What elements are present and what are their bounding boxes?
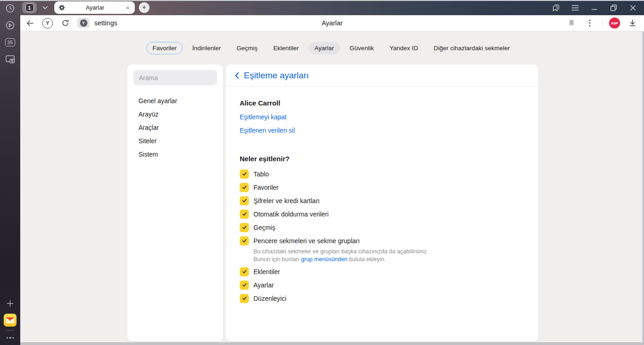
sync-item-label: Tablo [253, 170, 269, 178]
checkbox-checked-icon[interactable] [240, 236, 249, 246]
play-icon[interactable] [4, 19, 17, 32]
disable-sync-link[interactable]: Eşitlemeyi kapat [240, 113, 287, 121]
sidebar-item[interactable]: Genel ayarlar [127, 94, 223, 107]
checkbox-checked-icon[interactable] [240, 223, 249, 232]
settings-nav-tabs: FavorilerİndirilenlerGeçmişEklentilerAya… [20, 42, 642, 54]
sync-items-list: Tablo Favoriler [240, 167, 524, 305]
nav-tab[interactable]: Diğer cihazlardaki sekmeler [428, 42, 516, 54]
tab-strip: 1 Ayarlar × [20, 0, 644, 15]
checkbox-checked-icon[interactable] [240, 183, 249, 192]
side-rail: 35 [0, 0, 20, 345]
yandex-mail-icon[interactable] [4, 314, 17, 327]
sync-item-row: Ayarlar [240, 278, 524, 292]
sidebar-item[interactable]: Sistem [127, 147, 223, 161]
url-text[interactable]: settings [94, 19, 117, 27]
nav-tab[interactable]: Yandex ID [384, 42, 424, 54]
sync-item-label: Ayarlar [253, 281, 274, 289]
sync-item-row: Otomatik doldurma verileri [240, 207, 524, 221]
back-icon[interactable] [24, 17, 36, 29]
tab-counter-value: 1 [25, 3, 34, 12]
account-name: Alice Carroll [240, 99, 524, 107]
new-tab-button[interactable]: + [139, 2, 150, 13]
sync-item-label: Geçmiş [253, 224, 275, 231]
tab-close-icon[interactable]: × [125, 4, 131, 11]
sync-item-note: Bu cihazdaki sekmeler ve grupları başka … [253, 248, 524, 263]
sync-settings-back-header[interactable]: Eşitleme ayarları [226, 64, 538, 87]
download-icon[interactable] [627, 17, 638, 29]
settings-page: FavorilerİndirilenlerGeçmişEklentilerAya… [20, 31, 642, 342]
search-input[interactable] [133, 74, 217, 82]
nav-tab[interactable]: Favoriler [146, 42, 183, 54]
nav-tab[interactable]: Ayarlar [309, 42, 340, 54]
nav-tab[interactable]: İndirilenler [186, 42, 227, 54]
tab-gear-icon [58, 4, 65, 11]
sync-item-row: Pencere sekmeleri ve sekme grupları Bu c… [240, 234, 524, 265]
checkbox-checked-icon[interactable] [240, 267, 249, 276]
sync-item-row: Eklentiler [240, 265, 524, 278]
sidebar-item[interactable]: Siteler [127, 134, 223, 147]
tab-list-chevron-icon[interactable] [40, 2, 51, 13]
checkbox-checked-icon[interactable] [240, 281, 249, 290]
reload-icon[interactable] [59, 17, 71, 29]
checkbox-checked-icon[interactable] [240, 170, 249, 179]
nav-tab[interactable]: Geçmiş [230, 42, 264, 54]
settings-sidebar-items: Genel ayarlarArayüzAraçlarSitelerSistem [127, 94, 223, 161]
window-bottom-edge [20, 342, 644, 345]
tab-count-badge[interactable]: 35 [4, 36, 17, 49]
minimize-icon[interactable] [590, 3, 599, 12]
site-favicon[interactable]: Y [77, 18, 90, 28]
nav-tab[interactable]: Güvenlik [344, 42, 380, 54]
tab-title: Ayarlar [65, 4, 125, 11]
active-tab[interactable]: Ayarlar × [54, 1, 135, 14]
window-right-edge [642, 31, 644, 345]
sync-item-row: Şifreler ve kredi kartları [240, 194, 524, 207]
sync-item-label: Düzenleyici [253, 295, 287, 302]
adblock-extension-icon[interactable]: ABP [609, 18, 620, 29]
bookmark-flag-icon[interactable] [565, 17, 577, 29]
checkbox-checked-icon[interactable] [240, 196, 249, 205]
settings-search[interactable] [133, 70, 217, 85]
toolbar-separator [602, 18, 603, 28]
sync-item-label: Otomatik doldurma verileri [253, 211, 328, 218]
rail-more-icon[interactable] [6, 334, 14, 341]
sync-settings-panel: Eşitleme ayarları Alice Carroll Eşitleme… [226, 64, 538, 341]
sync-item-label: Eklentiler [253, 268, 280, 275]
chevron-left-icon [235, 72, 239, 79]
nav-tab[interactable]: Eklentiler [267, 42, 305, 54]
sync-settings-title: Eşitleme ayarları [244, 70, 309, 81]
delete-synced-data-link[interactable]: Eşitlenen verileri sil [240, 127, 295, 134]
window-top-border [0, 0, 644, 1]
checkbox-checked-icon[interactable] [240, 294, 249, 303]
history-clock-icon[interactable] [4, 2, 17, 15]
tab-counter-button[interactable]: 1 [22, 2, 37, 13]
sidebar-item[interactable]: Arayüz [127, 107, 223, 121]
sync-item-row: Favoriler [240, 181, 524, 194]
checkbox-checked-icon[interactable] [240, 210, 249, 219]
close-window-icon[interactable] [628, 3, 638, 12]
sync-item-row: Tablo [240, 167, 524, 181]
side-panel-icon[interactable] [551, 3, 560, 12]
browser-window: 35 [0, 0, 644, 345]
more-options-icon[interactable] [584, 17, 596, 29]
rail-divider [6, 330, 15, 331]
address-bar: Ayarlar Y Y settings [20, 15, 644, 31]
screen-capture-icon[interactable] [4, 53, 17, 66]
menu-icon[interactable] [570, 3, 580, 12]
sidebar-item[interactable]: Araçlar [127, 121, 223, 134]
sync-item-label: Şifreler ve kredi kartları [253, 197, 320, 205]
restore-icon[interactable] [609, 3, 618, 12]
sync-item-row: Düzenleyici [240, 292, 524, 305]
group-menu-link[interactable]: grup menüsünden [301, 256, 348, 263]
sync-item-label: Pencere sekmeleri ve sekme grupları [253, 237, 360, 245]
sync-item-label: Favoriler [253, 184, 278, 191]
yandex-button-icon[interactable]: Y [42, 18, 53, 29]
sync-item-row: Geçmiş [240, 221, 524, 234]
sync-items-section-title: Neler eşitlenir? [240, 155, 524, 163]
settings-sidebar-panel: Genel ayarlarArayüzAraçlarSitelerSistem [127, 64, 223, 341]
rail-add-icon[interactable] [4, 297, 17, 310]
